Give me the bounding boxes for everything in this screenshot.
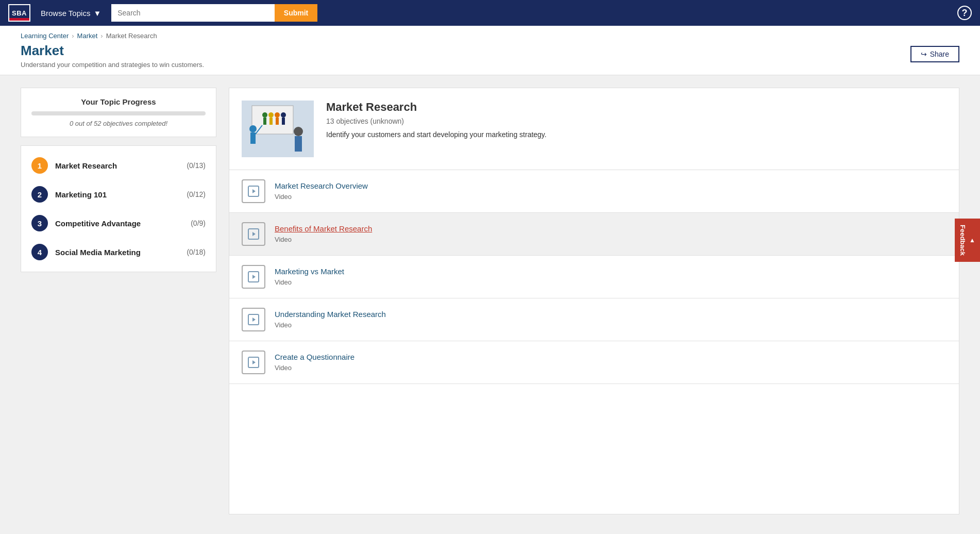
topic-number-3: 3 [31, 215, 48, 231]
course-header: Market Research 13 objectives (unknown) … [229, 88, 959, 170]
topic-item-3[interactable]: 3 Competitive Advantage (0/9) [21, 209, 216, 238]
lesson-item-5[interactable]: Create a Questionnaire Video [229, 341, 959, 384]
lesson-item-2[interactable]: Benefits of Market Research Video [229, 213, 959, 256]
lesson-title-5[interactable]: Create a Questionnaire [275, 353, 947, 361]
svg-point-4 [268, 112, 274, 118]
topic-count-1: (0/13) [187, 161, 206, 170]
topic-name-1: Market Research [55, 161, 179, 170]
topic-item-4[interactable]: 4 Social Media Marketing (0/18) [21, 238, 216, 266]
right-content: Market Research 13 objectives (unknown) … [229, 88, 959, 514]
topic-count-4: (0/18) [187, 248, 206, 256]
browse-topics-button[interactable]: Browse Topics ▼ [37, 9, 105, 18]
page-title: Market [21, 43, 204, 59]
lesson-info-3: Marketing vs Market Video [275, 267, 947, 287]
lesson-title-3[interactable]: Marketing vs Market [275, 267, 947, 276]
topic-item-2[interactable]: 2 Marketing 101 (0/12) [21, 180, 216, 209]
lesson-type-3: Video [275, 278, 292, 286]
svg-marker-24 [252, 360, 256, 364]
breadcrumb-current: Market Research [106, 32, 157, 40]
lesson-info-5: Create a Questionnaire Video [275, 353, 947, 372]
lesson-type-1: Video [275, 193, 292, 201]
breadcrumb-market[interactable]: Market [77, 32, 98, 40]
lessons-list: Market Research Overview Video Benefits … [229, 170, 959, 384]
page-subtitle: Understand your competition and strategi… [21, 61, 204, 69]
main-content: Your Topic Progress 0 out of 52 objectiv… [0, 75, 980, 527]
topic-number-2: 2 [31, 186, 48, 203]
svg-marker-18 [252, 232, 256, 236]
breadcrumb-learning-center[interactable]: Learning Center [21, 32, 69, 40]
search-container: Submit [111, 4, 317, 22]
topic-name-4: Social Media Marketing [55, 248, 179, 257]
svg-rect-14 [295, 136, 302, 152]
logo-text: SBA [12, 9, 27, 17]
svg-marker-20 [252, 275, 256, 279]
course-thumbnail [242, 101, 314, 157]
lesson-icon-4 [242, 308, 265, 331]
svg-marker-22 [252, 318, 256, 322]
svg-point-8 [281, 112, 286, 118]
svg-rect-3 [263, 118, 266, 125]
svg-rect-9 [282, 118, 285, 125]
feedback-button[interactable]: Feedback ▲ [955, 219, 980, 262]
lesson-icon-3 [242, 265, 265, 289]
breadcrumb-area: Learning Center › Market › Market Resear… [0, 26, 980, 75]
topic-count-2: (0/12) [187, 190, 206, 198]
svg-point-10 [249, 125, 257, 132]
header: SBA Browse Topics ▼ Submit ? [0, 0, 980, 26]
lesson-title-4[interactable]: Understanding Market Research [275, 310, 947, 319]
course-info: Market Research 13 objectives (unknown) … [326, 101, 947, 140]
feedback-label: Feedback [959, 225, 967, 256]
chevron-down-icon: ▼ [93, 9, 101, 18]
lesson-item-1[interactable]: Market Research Overview Video [229, 170, 959, 213]
lesson-type-4: Video [275, 321, 292, 329]
svg-point-2 [262, 112, 267, 118]
breadcrumb-sep-1: › [72, 32, 74, 40]
course-objectives: 13 objectives (unknown) [326, 117, 947, 125]
lesson-info-2: Benefits of Market Research Video [275, 224, 947, 244]
share-icon: ↪ [921, 50, 927, 58]
topic-name-3: Competitive Advantage [55, 219, 183, 228]
lesson-icon-1 [242, 179, 265, 203]
logo-red-bar [9, 18, 29, 21]
lesson-info-4: Understanding Market Research Video [275, 310, 947, 329]
lesson-icon-5 [242, 351, 265, 374]
feedback-container: Feedback ▲ [955, 219, 980, 262]
svg-point-13 [294, 127, 303, 136]
browse-topics-label: Browse Topics [41, 9, 90, 18]
lesson-type-2: Video [275, 236, 292, 243]
page-title-area: Market Understand your competition and s… [21, 43, 959, 75]
breadcrumb: Learning Center › Market › Market Resear… [21, 32, 959, 40]
topic-item-1[interactable]: 1 Market Research (0/13) [21, 151, 216, 180]
topic-count-3: (0/9) [191, 219, 206, 227]
svg-rect-7 [276, 118, 279, 125]
breadcrumb-sep-2: › [100, 32, 103, 40]
search-input[interactable] [111, 4, 275, 22]
lesson-item-3[interactable]: Marketing vs Market Video [229, 256, 959, 298]
topics-card: 1 Market Research (0/13) 2 Marketing 101… [21, 145, 216, 272]
svg-rect-11 [250, 132, 256, 144]
topic-number-1: 1 [31, 157, 48, 174]
svg-rect-5 [269, 118, 273, 125]
lesson-title-1[interactable]: Market Research Overview [275, 181, 947, 190]
lesson-icon-2 [242, 222, 265, 246]
progress-title: Your Topic Progress [31, 97, 206, 106]
course-title: Market Research [326, 101, 947, 114]
sba-logo: SBA [8, 4, 30, 22]
share-button[interactable]: ↪ Share [910, 46, 959, 62]
progress-card: Your Topic Progress 0 out of 52 objectiv… [21, 88, 216, 137]
svg-point-6 [275, 112, 280, 118]
help-icon[interactable]: ? [957, 6, 972, 20]
share-label: Share [930, 50, 949, 58]
progress-bar-background [31, 111, 206, 115]
submit-button[interactable]: Submit [275, 4, 317, 22]
left-sidebar: Your Topic Progress 0 out of 52 objectiv… [21, 88, 216, 514]
topic-number-4: 4 [31, 244, 48, 260]
progress-text: 0 out of 52 objectives completed! [31, 120, 206, 127]
feedback-arrow-icon: ▲ [969, 237, 976, 244]
lesson-info-1: Market Research Overview Video [275, 181, 947, 201]
svg-marker-16 [252, 189, 256, 193]
lesson-title-2[interactable]: Benefits of Market Research [275, 224, 947, 233]
lesson-type-5: Video [275, 364, 292, 372]
lesson-item-4[interactable]: Understanding Market Research Video [229, 298, 959, 341]
course-description: Identify your customers and start develo… [326, 129, 947, 140]
